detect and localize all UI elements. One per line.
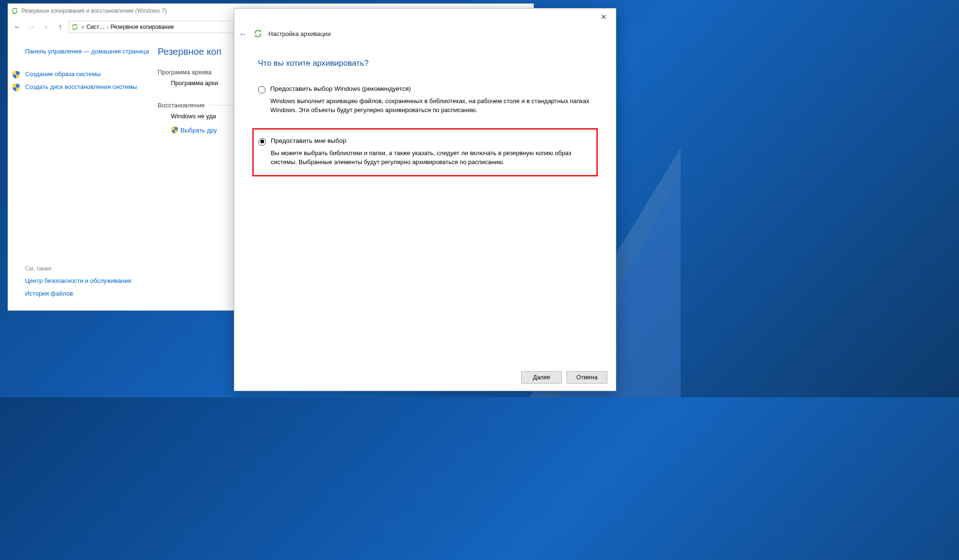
sidebar-item-label: Создание образа системы bbox=[25, 70, 101, 78]
window-title: Резервное копирование и восстановление (… bbox=[21, 8, 167, 14]
sidebar-create-image-link[interactable]: Создание образа системы bbox=[12, 70, 150, 79]
svg-marker-1 bbox=[12, 12, 13, 14]
radio-icon bbox=[258, 138, 266, 146]
backup-setup-dialog: ✕ ← Настройка архивации Что вы хотите ар… bbox=[234, 8, 616, 391]
chevron-right-icon: › bbox=[107, 24, 109, 30]
breadcrumb-item[interactable]: Сист… bbox=[87, 24, 105, 30]
option-windows-choice[interactable]: Предоставить выбор Windows (рекомендуетс… bbox=[258, 85, 592, 115]
dialog-heading: Что вы хотите архивировать? bbox=[258, 59, 592, 68]
nav-forward-icon[interactable]: → bbox=[26, 21, 37, 33]
option-let-me-choose[interactable]: Предоставить мне выбор Вы можете выбрать… bbox=[252, 128, 598, 177]
back-button[interactable]: ← bbox=[239, 29, 248, 38]
choose-other-backup-link[interactable]: Выбрать дру bbox=[171, 126, 217, 134]
next-button[interactable]: Далее bbox=[521, 371, 562, 384]
shield-icon bbox=[12, 70, 20, 79]
dialog-body: Что вы хотите архивировать? Предоставить… bbox=[234, 42, 616, 364]
backup-icon bbox=[11, 7, 18, 15]
dialog-header-title: Настройка архивации bbox=[268, 30, 331, 37]
option-description: Windows выполнит архивацию файлов, сохра… bbox=[270, 97, 592, 115]
breadcrumb-item[interactable]: Резервное копирование bbox=[111, 24, 174, 30]
dialog-footer: Далее Отмена bbox=[234, 364, 616, 391]
radio-icon bbox=[258, 86, 266, 94]
svg-marker-0 bbox=[16, 8, 17, 10]
nav-recent-icon[interactable]: ▾ bbox=[40, 21, 52, 33]
nav-up-icon[interactable]: ↑ bbox=[54, 21, 66, 33]
cancel-button[interactable]: Отмена bbox=[567, 371, 607, 384]
svg-marker-2 bbox=[76, 24, 77, 26]
link-label: Выбрать дру bbox=[180, 127, 217, 134]
option-label: Предоставить выбор Windows (рекомендуетс… bbox=[270, 85, 592, 92]
svg-marker-4 bbox=[260, 30, 261, 33]
backup-icon bbox=[253, 29, 263, 38]
sidebar-security-link[interactable]: Центр безопасности и обслуживания bbox=[25, 277, 150, 285]
close-icon: ✕ bbox=[601, 13, 607, 21]
sidebar-home-link[interactable]: Панель управления — домашняя страница bbox=[25, 47, 150, 56]
chevron-left-icon: « bbox=[81, 24, 85, 30]
option-description: Вы можете выбрать библиотеки и папки, а … bbox=[271, 149, 592, 167]
dialog-titlebar: ✕ bbox=[234, 9, 616, 26]
backup-icon bbox=[71, 23, 79, 31]
shield-icon bbox=[171, 126, 178, 134]
sidebar-file-history-link[interactable]: История файлов bbox=[25, 289, 150, 298]
sidebar: Панель управления — домашняя страница Со… bbox=[8, 36, 155, 310]
see-also-label: См. также bbox=[25, 265, 150, 272]
sidebar-item-label: Создать диск восстановления системы bbox=[25, 83, 137, 90]
option-label: Предоставить мне выбор bbox=[271, 137, 592, 144]
dialog-header: ← Настройка архивации bbox=[234, 26, 616, 42]
sidebar-create-recovery-disk-link[interactable]: Создать диск восстановления системы bbox=[12, 83, 150, 91]
close-button[interactable]: ✕ bbox=[594, 10, 613, 24]
shield-icon bbox=[12, 83, 20, 92]
nav-back-icon[interactable]: ← bbox=[12, 21, 23, 33]
svg-marker-5 bbox=[255, 35, 256, 37]
svg-marker-3 bbox=[72, 28, 73, 30]
